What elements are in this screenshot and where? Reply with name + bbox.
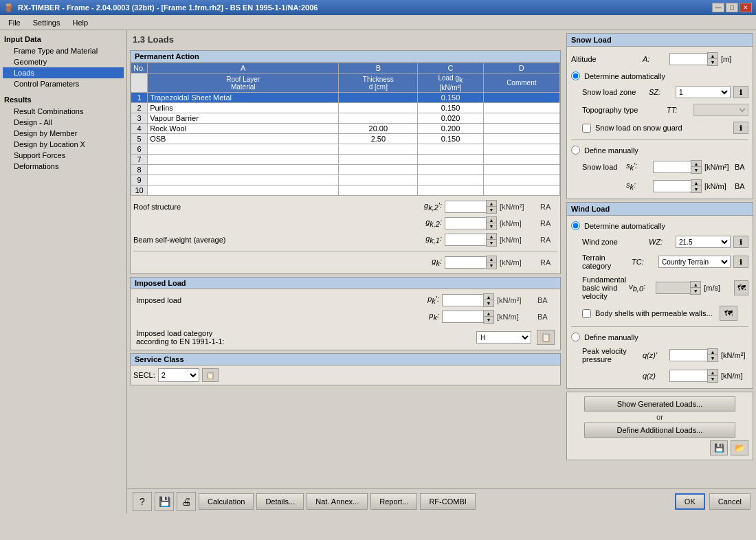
qz-input[interactable]: 4.603 bbox=[669, 370, 707, 382]
sk-prime-field[interactable]: 0.490 ▲ ▼ bbox=[653, 160, 702, 174]
save-icon-btn[interactable]: 💾 bbox=[710, 440, 728, 455]
menu-help[interactable]: Help bbox=[67, 17, 93, 28]
menu-file[interactable]: File bbox=[3, 17, 26, 28]
gk1-up[interactable]: ▲ bbox=[487, 234, 496, 240]
body-shells-checkbox[interactable] bbox=[582, 309, 591, 318]
sidebar-item-support-forces[interactable]: Support Forces bbox=[3, 150, 124, 161]
pk-prime-up[interactable]: ▲ bbox=[484, 294, 493, 300]
print-toolbar-btn[interactable]: 🖨 bbox=[177, 492, 196, 511]
pk-prime-input[interactable]: 0.500 bbox=[442, 294, 483, 306]
gk2-input[interactable]: 3.350 bbox=[445, 217, 486, 229]
gk2-prime-field[interactable]: 0.670 ▲ ▼ bbox=[445, 200, 497, 214]
table-row[interactable]: 1 Trapezoidal Sheet Metal 0.150 bbox=[131, 93, 560, 103]
category-info-btn[interactable]: 📋 bbox=[537, 330, 555, 345]
altitude-field[interactable]: 200 ▲ ▼ bbox=[669, 52, 718, 66]
folder-icon-btn[interactable]: 📂 bbox=[731, 440, 748, 455]
sk-input[interactable]: 2.450 bbox=[653, 180, 691, 192]
table-row[interactable]: 7 bbox=[131, 155, 560, 165]
gk-field[interactable]: 3.962 ▲ ▼ bbox=[445, 256, 497, 269]
gk2-prime-input[interactable]: 0.670 bbox=[445, 201, 486, 213]
sk-prime-down[interactable]: ▼ bbox=[691, 167, 701, 173]
gk1-down[interactable]: ▼ bbox=[487, 240, 496, 246]
sidebar-item-design-location[interactable]: Design by Location X bbox=[3, 139, 124, 150]
snow-zone-select[interactable]: 123 bbox=[676, 86, 731, 98]
qz-prime-input[interactable]: 0.921 bbox=[669, 349, 707, 361]
qz-down[interactable]: ▼ bbox=[708, 376, 718, 382]
snow-auto-radio[interactable] bbox=[571, 71, 580, 80]
snow-guard-checkbox[interactable] bbox=[582, 124, 591, 133]
qz-prime-down[interactable]: ▼ bbox=[708, 355, 718, 361]
table-row[interactable]: 5 OSB 2.50 0.150 bbox=[131, 134, 560, 144]
table-row[interactable]: 6 bbox=[131, 144, 560, 155]
close-button[interactable]: ✕ bbox=[740, 3, 752, 12]
gk2-up[interactable]: ▲ bbox=[487, 217, 496, 223]
terrain-info-btn[interactable]: ℹ bbox=[733, 256, 748, 268]
table-row[interactable]: 3 Vapour Barrier 0.020 bbox=[131, 113, 560, 124]
define-additional-loads-button[interactable]: Define Additional Loads... bbox=[584, 423, 735, 438]
altitude-up[interactable]: ▲ bbox=[708, 53, 718, 59]
pk-prime-down[interactable]: ▼ bbox=[484, 300, 493, 306]
wind-auto-radio[interactable] bbox=[571, 221, 580, 230]
pk-down[interactable]: ▼ bbox=[484, 317, 493, 323]
sk-field[interactable]: 2.450 ▲ ▼ bbox=[653, 179, 702, 193]
sk-prime-input[interactable]: 0.490 bbox=[653, 161, 691, 173]
report-button[interactable]: Report... bbox=[370, 493, 417, 510]
gk-down[interactable]: ▼ bbox=[487, 262, 496, 269]
gk2-field[interactable]: 3.350 ▲ ▼ bbox=[445, 216, 497, 230]
ok-button[interactable]: OK bbox=[675, 493, 705, 510]
gk-input[interactable]: 3.962 bbox=[445, 256, 486, 269]
vb-up[interactable]: ▲ bbox=[691, 282, 700, 288]
altitude-input[interactable]: 200 bbox=[669, 53, 707, 65]
rf-combi-button[interactable]: RF-COMBI bbox=[420, 493, 475, 510]
table-row[interactable]: 2 Purlins 0.150 bbox=[131, 103, 560, 113]
sidebar-item-result-comb[interactable]: Result Combinations bbox=[3, 106, 124, 117]
sidebar-item-deformations[interactable]: Deformations bbox=[3, 161, 124, 172]
category-select[interactable]: H A B bbox=[476, 331, 531, 344]
sidebar-item-frame-type[interactable]: Frame Type and Material bbox=[3, 45, 124, 56]
save-toolbar-btn[interactable]: 💾 bbox=[155, 492, 174, 511]
nat-annex-button[interactable]: Nat. Annex... bbox=[307, 493, 368, 510]
wind-manual-radio[interactable] bbox=[571, 333, 580, 341]
vb-down[interactable]: ▼ bbox=[691, 288, 700, 294]
table-row[interactable]: 8 bbox=[131, 165, 560, 175]
menu-settings[interactable]: Settings bbox=[27, 17, 66, 28]
maximize-button[interactable]: □ bbox=[726, 3, 738, 12]
table-row[interactable]: 9 bbox=[131, 175, 560, 185]
pk-up[interactable]: ▲ bbox=[484, 311, 493, 317]
snow-guard-info-btn[interactable]: ℹ bbox=[733, 122, 748, 134]
qz-prime-up[interactable]: ▲ bbox=[708, 349, 718, 355]
terrain-select[interactable]: Country TerrainTown TerrainSea bbox=[658, 256, 731, 268]
pk-field[interactable]: 2.500 ▲ ▼ bbox=[442, 310, 494, 324]
altitude-down[interactable]: ▼ bbox=[708, 59, 718, 65]
gk1-input[interactable]: 0.612 bbox=[445, 234, 486, 246]
wind-zone-info-btn[interactable]: ℹ bbox=[733, 236, 748, 248]
gk2-down[interactable]: ▼ bbox=[487, 223, 496, 229]
sk-up[interactable]: ▲ bbox=[691, 180, 701, 186]
gk1-field[interactable]: 0.612 ▲ ▼ bbox=[445, 233, 497, 247]
pk-input[interactable]: 2.500 bbox=[442, 311, 483, 323]
gk-up[interactable]: ▲ bbox=[487, 256, 496, 262]
wind-zone-select[interactable]: 21.522.523.5 bbox=[676, 236, 731, 248]
table-row[interactable]: 4 Rock Wool 20.00 0.200 bbox=[131, 124, 560, 134]
table-row[interactable]: 10 bbox=[131, 185, 560, 196]
sidebar-item-loads[interactable]: Loads bbox=[3, 67, 124, 78]
sidebar-item-design-all[interactable]: Design - All bbox=[3, 117, 124, 128]
show-generated-loads-button[interactable]: Show Generated Loads... bbox=[584, 396, 735, 412]
qz-up[interactable]: ▲ bbox=[708, 370, 718, 376]
sidebar-item-design-member[interactable]: Design by Member bbox=[3, 128, 124, 139]
sk-prime-up[interactable]: ▲ bbox=[691, 161, 701, 167]
secl-select[interactable]: 2 1 3 bbox=[158, 368, 199, 382]
gk2-prime-up[interactable]: ▲ bbox=[487, 201, 496, 207]
sk-down[interactable]: ▼ bbox=[691, 186, 701, 192]
secl-info-btn[interactable]: 📋 bbox=[202, 368, 219, 382]
body-shells-icon-btn[interactable]: 🗺 bbox=[720, 306, 737, 321]
sidebar-item-geometry[interactable]: Geometry bbox=[3, 56, 124, 67]
cancel-button[interactable]: Cancel bbox=[709, 493, 751, 510]
vb-map-btn[interactable]: 🗺 bbox=[734, 280, 748, 295]
qz-field[interactable]: 4.603 ▲ ▼ bbox=[669, 369, 718, 383]
help-toolbar-btn[interactable]: ? bbox=[133, 492, 152, 511]
snow-manual-radio[interactable] bbox=[571, 146, 580, 155]
sidebar-item-control[interactable]: Control Parameters bbox=[3, 78, 124, 89]
pk-prime-field[interactable]: 0.500 ▲ ▼ bbox=[442, 293, 494, 307]
snow-zone-info-btn[interactable]: ℹ bbox=[733, 86, 748, 98]
